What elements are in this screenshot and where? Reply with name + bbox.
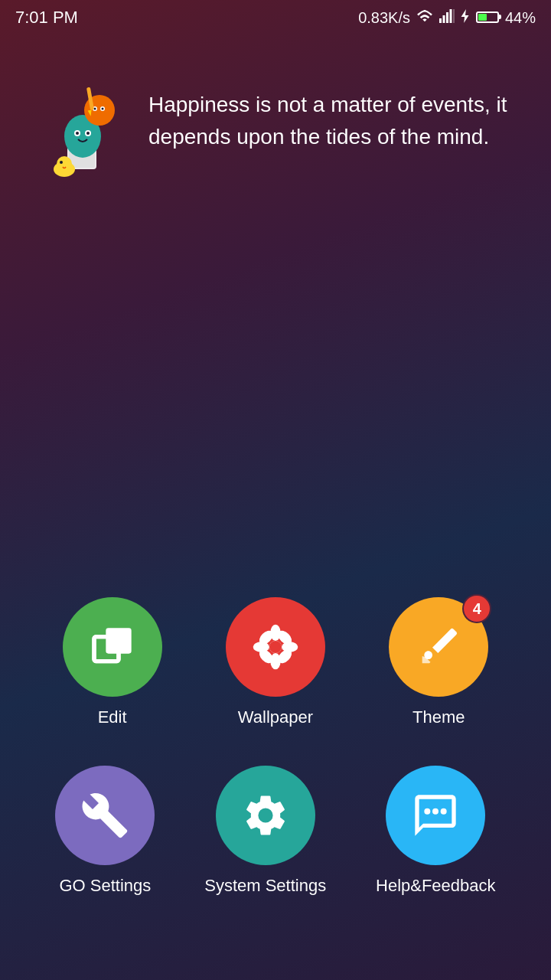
icon-row-1: Edit Wallpaper — [31, 597, 520, 727]
theme-circle[interactable]: 4 — [389, 597, 488, 697]
signal-icon — [439, 9, 455, 27]
theme-svg-icon — [414, 622, 463, 671]
gosettings-icon-item[interactable]: GO Settings — [55, 766, 155, 896]
svg-point-36 — [425, 808, 431, 815]
svg-point-10 — [76, 132, 79, 135]
theme-label: Theme — [412, 707, 465, 727]
status-indicators: 0.83K/s 44% — [358, 9, 536, 27]
mascot-image — [46, 81, 130, 173]
svg-rect-2 — [446, 12, 448, 23]
systemsettings-circle[interactable] — [216, 766, 315, 865]
status-bar: 7:01 PM 0.83K/s 4 — [0, 0, 551, 35]
quote-area: Happiness is not a matter of events, it … — [0, 35, 551, 188]
wallpaper-svg-icon — [251, 622, 300, 671]
systemsettings-svg-icon — [241, 791, 290, 840]
svg-rect-3 — [449, 9, 452, 23]
status-time: 7:01 PM — [15, 8, 78, 28]
helpfeedback-svg-icon — [411, 791, 460, 840]
helpfeedback-label: Help&Feedback — [376, 876, 496, 896]
edit-circle[interactable] — [63, 597, 162, 697]
svg-rect-1 — [442, 15, 445, 23]
quote-text: Happiness is not a matter of events, it … — [148, 81, 520, 153]
systemsettings-icon-item[interactable]: System Settings — [204, 766, 326, 896]
svg-point-20 — [57, 156, 72, 172]
icon-row-2: GO Settings System Settings — [31, 766, 520, 896]
wifi-icon — [416, 9, 433, 27]
helpfeedback-icon-item[interactable]: Help&Feedback — [376, 766, 496, 896]
wallpaper-label: Wallpaper — [238, 707, 313, 727]
svg-point-11 — [86, 132, 90, 135]
svg-point-37 — [441, 808, 447, 815]
gosettings-svg-icon — [80, 791, 129, 840]
systemsettings-label: System Settings — [204, 876, 326, 896]
svg-rect-4 — [453, 9, 455, 23]
edit-icon-item[interactable]: Edit — [63, 597, 162, 727]
battery-percent: 44% — [505, 9, 536, 27]
edit-svg-icon — [88, 622, 137, 671]
gosettings-label: GO Settings — [59, 876, 151, 896]
theme-badge: 4 — [462, 594, 491, 623]
network-speed: 0.83K/s — [358, 9, 410, 27]
wallpaper-circle[interactable] — [226, 597, 325, 697]
svg-rect-0 — [439, 18, 442, 23]
theme-icon-item[interactable]: 4 Theme — [389, 597, 488, 727]
charging-icon — [461, 9, 470, 27]
wallpaper-icon-item[interactable]: Wallpaper — [226, 597, 325, 727]
helpfeedback-circle[interactable] — [386, 766, 485, 865]
svg-point-35 — [432, 808, 439, 815]
edit-label: Edit — [98, 707, 127, 727]
svg-point-15 — [94, 108, 96, 110]
svg-point-34 — [269, 641, 282, 653]
gosettings-circle[interactable] — [55, 766, 155, 865]
battery-icon — [476, 9, 499, 27]
app-icons-section: Edit Wallpaper — [0, 597, 551, 934]
svg-point-21 — [60, 161, 63, 164]
svg-point-16 — [102, 108, 104, 110]
